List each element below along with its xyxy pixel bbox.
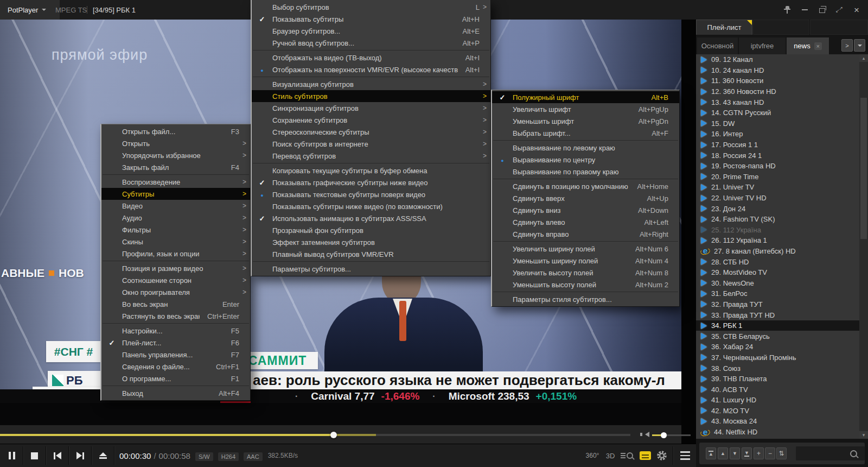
playlist-item[interactable]: e44. Netflix HD xyxy=(696,427,859,438)
playlist-item[interactable]: 23. Дон 24 xyxy=(696,203,859,214)
playlist-item[interactable]: 39. ТНВ Планета xyxy=(696,374,859,384)
menu-item[interactable]: Параметры стиля субтитров... xyxy=(492,293,679,305)
menu-item[interactable]: Эффект затемнения субтитров xyxy=(252,236,490,248)
menu-item[interactable]: Прозрачный фон субтитров xyxy=(252,224,490,236)
panel-tab-slot[interactable] xyxy=(753,20,809,35)
add-button[interactable]: + xyxy=(754,447,764,459)
playlist-item[interactable]: 18. Россия 24 1 xyxy=(696,150,859,161)
menu-item[interactable]: Выравнивание по правому краю xyxy=(492,166,679,178)
menu-item[interactable]: Сдвинуть вправоAlt+Right xyxy=(492,228,679,240)
move-top-button[interactable]: ▲ xyxy=(706,447,716,459)
playlist-item[interactable]: 42. M2O TV xyxy=(696,406,859,416)
playlist-search-input[interactable] xyxy=(796,446,865,460)
tab-list-button[interactable] xyxy=(854,39,865,52)
volume-slider[interactable] xyxy=(652,434,691,436)
menu-item[interactable]: Параметры субтитров... xyxy=(252,263,490,275)
playlist-item[interactable]: 32. Правда ТУТ xyxy=(696,299,859,310)
settings-button[interactable] xyxy=(654,444,670,467)
menu-item[interactable]: Стереоскопические субтитры> xyxy=(252,126,490,138)
pause-button[interactable] xyxy=(1,444,23,467)
playlist-item[interactable]: 26. 112 Україна 1 xyxy=(696,235,859,246)
playlist-item[interactable]: 15. DW xyxy=(696,118,859,129)
menu-item[interactable]: Выбрать шрифт...Alt+F xyxy=(492,127,679,139)
playlist-item[interactable]: e27. 8 канал (Витебск) HD xyxy=(696,246,859,257)
menu-item[interactable]: Поиск субтитров в интернете> xyxy=(252,138,490,150)
menu-item[interactable]: Открыть файл...F3 xyxy=(101,125,250,137)
menu-item[interactable]: ●Показывать текстовые субтитры поверх ви… xyxy=(252,188,490,200)
playlist-item[interactable]: 31. БелРос xyxy=(696,288,859,299)
pin-button[interactable] xyxy=(781,3,793,16)
restore-button[interactable] xyxy=(816,3,828,16)
menu-item[interactable]: Скины> xyxy=(101,236,250,248)
menu-item[interactable]: Сдвинуть внизAlt+Down xyxy=(492,204,679,216)
menu-item[interactable]: Воспроизведение> xyxy=(101,176,250,188)
playlist-item[interactable]: 34. РБК 1 xyxy=(696,320,859,331)
menu-item[interactable]: Панель управления...F7 xyxy=(101,349,250,361)
subtitle-toggle-button[interactable] xyxy=(636,444,654,467)
menu-item[interactable]: Сдвинуть в позицию по умолчаниюAlt+Home xyxy=(492,180,679,192)
playlist-item[interactable]: 41. Luxury HD xyxy=(696,395,859,406)
menu-item[interactable]: Упорядочить избранное> xyxy=(101,149,250,161)
menu-item[interactable]: Визуализация субтитров> xyxy=(252,78,490,90)
playlist-item[interactable]: 12. 360 Новости HD xyxy=(696,86,859,97)
playlist-item[interactable]: 29. MostVideo TV xyxy=(696,267,859,278)
playlist-panel-tab[interactable]: Плей-лист xyxy=(696,20,752,35)
volume-thumb[interactable] xyxy=(661,432,667,438)
menu-item[interactable]: Видео> xyxy=(101,200,250,212)
rotate-360-button[interactable]: 360° xyxy=(582,444,603,467)
scroll-up-button[interactable]: ▴ xyxy=(859,54,868,62)
move-down-button[interactable]: ▼ xyxy=(730,447,740,459)
tab-osnovnoy[interactable]: Основной xyxy=(697,37,738,54)
tab-scroll-next-button[interactable]: > xyxy=(841,39,853,52)
playlist-item[interactable]: 17. Россия 1 1 xyxy=(696,140,859,150)
menu-item[interactable]: ВыходAlt+F4 xyxy=(101,387,250,399)
menu-item[interactable]: ✓Полужирный шрифтAlt+B xyxy=(492,91,679,103)
playlist-item[interactable]: 09. 12 Канал xyxy=(696,54,859,65)
scroll-down-button[interactable]: ▾ xyxy=(859,431,868,439)
remove-button[interactable]: − xyxy=(765,447,775,459)
menu-item[interactable]: Копировать текущие субтитры в буфер обме… xyxy=(252,165,490,176)
fullscreen-button[interactable]: ↗↙ xyxy=(833,3,845,16)
speaker-icon[interactable] xyxy=(642,432,649,437)
playlist-item[interactable]: 22. Univer TV HD xyxy=(696,193,859,204)
playlist-item[interactable]: 25. 112 Україна xyxy=(696,225,859,236)
playlist-item[interactable]: 11. 360 Новости xyxy=(696,75,859,86)
menu-item[interactable]: Увеличить шрифтAlt+PgUp xyxy=(492,103,679,115)
playlist-item[interactable]: 21. Univer TV xyxy=(696,182,859,193)
previous-button[interactable] xyxy=(46,444,68,467)
menu-item[interactable]: Сдвинуть вверхAlt+Up xyxy=(492,192,679,204)
minimize-button[interactable] xyxy=(799,3,810,16)
menu-item[interactable]: Браузер субтитров...Alt+E xyxy=(252,25,490,37)
playlist-scrollbar[interactable]: ▴ ▾ xyxy=(859,54,868,439)
menu-item[interactable]: Уменьшить шрифтAlt+PgDn xyxy=(492,115,679,127)
move-bottom-button[interactable]: ▼ xyxy=(742,447,752,459)
menu-item[interactable]: Растянуть во весь экранCtrl+Enter xyxy=(101,310,250,322)
playlist-item[interactable]: 28. СТБ HD xyxy=(696,256,859,267)
menu-item[interactable]: Уменьшить ширину полейAlt+Num 4 xyxy=(492,255,679,267)
subtitle-search-button[interactable] xyxy=(618,444,635,467)
sort-button[interactable]: ⇅ xyxy=(776,447,787,459)
playlist-item[interactable]: 38. Союз xyxy=(696,363,859,374)
menu-item[interactable]: ✓Показывать субтитрыAlt+H xyxy=(252,13,490,25)
menu-item[interactable]: Фильтры> xyxy=(101,224,250,236)
menu-item[interactable]: ✓Плей-лист...F6 xyxy=(101,337,250,349)
playlist-item[interactable]: 33. Правда ТУТ HD xyxy=(696,310,859,320)
stop-button[interactable] xyxy=(23,444,46,467)
menu-item[interactable]: Сведения о файле...Ctrl+F1 xyxy=(101,361,250,373)
playlist-item[interactable]: 19. Ростов-папа HD xyxy=(696,161,859,172)
menu-item[interactable]: Сдвинуть влевоAlt+Left xyxy=(492,216,679,228)
menu-item[interactable]: Открыть> xyxy=(101,137,250,149)
menu-item[interactable]: Ручной ввод субтитров...Alt+P xyxy=(252,37,490,49)
menu-button[interactable] xyxy=(675,444,695,467)
menu-item[interactable]: Выравнивание по левому краю xyxy=(492,142,679,154)
close-tab-icon[interactable]: × xyxy=(814,42,822,50)
move-up-button[interactable]: ▲ xyxy=(718,447,728,459)
menu-item[interactable]: Аудио> xyxy=(101,212,250,224)
menu-item[interactable]: Закрыть файлF4 xyxy=(101,161,250,173)
menu-item[interactable]: Настройки...F5 xyxy=(101,325,250,337)
menu-item[interactable]: Уменьшить высоту полейAlt+Num 2 xyxy=(492,279,679,291)
playlist-item[interactable]: 36. Хабар 24 xyxy=(696,342,859,352)
menu-item[interactable]: Плавный вывод субтитров VMR/EVR xyxy=(252,248,490,260)
menu-item[interactable]: О программе...F1 xyxy=(101,373,250,384)
stereo-3d-button[interactable]: 3D xyxy=(603,444,617,467)
